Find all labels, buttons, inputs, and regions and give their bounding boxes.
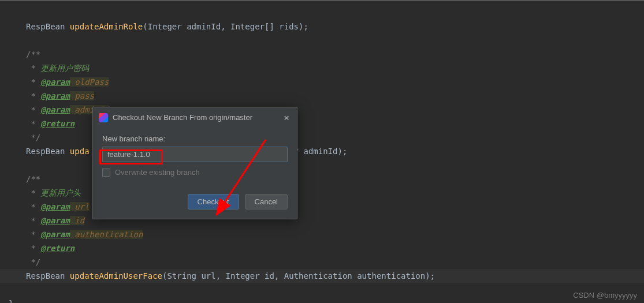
code-line: RespBean updateAdminRole(Integer adminId…: [26, 22, 308, 31]
doc-return-line: * @return: [26, 244, 75, 253]
method-name: updateAdminRole: [70, 22, 143, 31]
doc-param-line: * @param id: [26, 216, 84, 225]
close-icon[interactable]: ✕: [282, 112, 291, 123]
doc-line: * 更新用户密码: [26, 63, 89, 73]
return-type: RespBean: [26, 22, 70, 31]
doc-open: /**: [26, 174, 40, 184]
doc-param-line: * @param oldPass: [26, 77, 109, 87]
doc-open: /**: [26, 50, 40, 59]
doc-line: * 更新用户头: [26, 188, 81, 197]
watermark: CSDN @bmyyyyyy: [573, 291, 637, 300]
doc-return-line: * @return: [26, 119, 75, 128]
closing-brace: }: [9, 299, 13, 303]
dialog-button-row: Checkout Cancel: [102, 194, 288, 210]
doc-param-line: * @param authentication: [26, 230, 143, 239]
branch-name-label: New branch name:: [102, 134, 288, 143]
code-line-highlighted: RespBean updateAdminUserFace(String url,…: [0, 269, 644, 283]
doc-param-line: * @param url: [26, 202, 90, 211]
doc-param-line: * @param pass: [26, 91, 94, 100]
doc-close: */: [26, 257, 40, 267]
intellij-icon: [99, 113, 108, 122]
dialog-title: Checkout New Branch From origin/master: [113, 113, 282, 122]
branch-name-input[interactable]: [102, 147, 288, 162]
overwrite-checkbox-row[interactable]: Overwrite existing branch: [102, 168, 288, 177]
checkout-button[interactable]: Checkout: [188, 194, 239, 210]
cancel-button[interactable]: Cancel: [245, 194, 288, 210]
checkout-branch-dialog: Checkout New Branch From origin/master ✕…: [92, 107, 297, 219]
dialog-title-bar[interactable]: Checkout New Branch From origin/master ✕: [93, 107, 297, 128]
doc-close: */: [26, 133, 40, 142]
overwrite-label: Overwrite existing branch: [115, 168, 200, 177]
checkbox-icon[interactable]: [102, 169, 110, 177]
params: (Integer adminId, Integer[] rids);: [143, 22, 308, 31]
dialog-body: New branch name: Overwrite existing bran…: [93, 128, 297, 219]
